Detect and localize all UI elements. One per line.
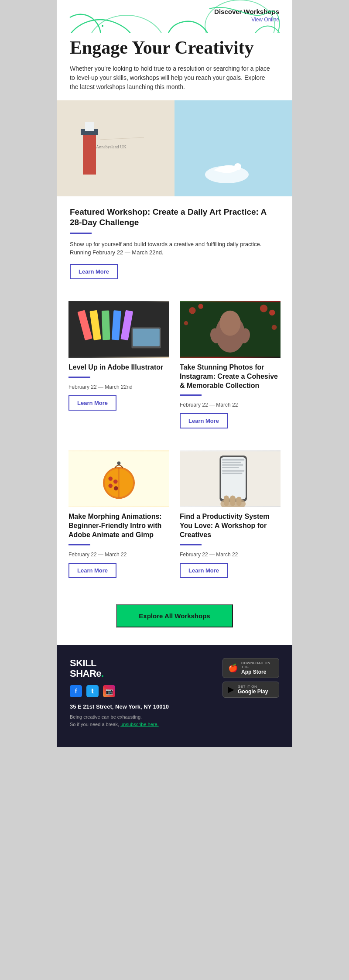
app-store-text: Download on the App Store: [241, 661, 274, 675]
footer-address: 35 E 21st Street, New York, NY 10010: [70, 703, 169, 710]
svg-rect-45: [222, 467, 239, 468]
svg-rect-44: [222, 465, 243, 466]
unsubscribe-link[interactable]: unsubscribe here.: [120, 722, 158, 727]
email-container: SKILL SHARe. Discover Workshops View Onl…: [57, 0, 292, 747]
svg-rect-49: [224, 496, 229, 506]
svg-point-35: [113, 480, 118, 484]
app-badges: 🍎 Download on the App Store ▶ GET IT ON …: [222, 658, 279, 698]
svg-rect-46: [222, 470, 244, 472]
google-play-icon: ▶: [228, 685, 234, 694]
workshop-image-phone: [180, 450, 281, 507]
svg-point-37: [114, 487, 118, 491]
featured-learn-more-button[interactable]: Learn More: [70, 264, 118, 279]
view-online-link[interactable]: View Online: [251, 17, 279, 23]
svg-rect-51: [236, 497, 242, 506]
explore-section: Explore All Workshops: [57, 596, 292, 645]
hero-body: Whether you're looking to hold true to a…: [70, 64, 270, 92]
instagram-icon[interactable]: 📷: [103, 685, 115, 697]
footer: SKILL SHARe. f 𝕥 📷 35 E 21st Street, New…: [57, 645, 292, 747]
app-store-badge[interactable]: 🍎 Download on the App Store: [222, 658, 279, 678]
workshop-title-0: Level Up in Adobe Illustrator: [68, 363, 169, 372]
svg-point-23: [260, 305, 267, 312]
workshop-learn-more-0[interactable]: Learn More: [68, 395, 116, 411]
featured-section: Featured Workshop: Create a Daily Art Pr…: [57, 196, 292, 292]
featured-hero-image: Annabysland UK: [57, 100, 292, 196]
svg-text:Annabysland UK: Annabysland UK: [96, 144, 127, 149]
workshop-title-1: Take Stunning Photos for Instagram: Crea…: [180, 363, 281, 390]
footer-logo-share: SHARe.: [70, 668, 169, 679]
svg-point-28: [219, 311, 240, 336]
workshop-date-0: February 22 — March 22nd: [68, 384, 169, 390]
workshop-date-1: February 22 — March 22: [180, 402, 281, 408]
workshop-learn-more-2[interactable]: Learn More: [68, 563, 116, 578]
footer-logo-skill: SKILL: [70, 658, 169, 668]
workshops-row-2: Make Morphing Animations: Beginner-Frien…: [57, 442, 292, 595]
workshop-divider-1: [180, 394, 202, 396]
hero-title: Engage Your Creativity: [70, 38, 279, 58]
header-right: Discover Workshops View Online: [214, 8, 279, 23]
logo-skill: SKILL: [70, 8, 104, 18]
header: SKILL SHARe. Discover Workshops View Onl…: [57, 0, 292, 33]
svg-point-38: [117, 462, 121, 465]
svg-rect-43: [222, 462, 241, 463]
svg-point-24: [269, 310, 275, 315]
featured-title: Featured Workshop: Create a Daily Art Pr…: [70, 207, 279, 228]
svg-point-34: [108, 477, 113, 481]
workshop-item-1: Take Stunning Photos for Instagram: Crea…: [174, 297, 286, 433]
google-play-badge[interactable]: ▶ GET IT ON Google Play: [222, 682, 279, 698]
workshop-image-pomegranate: [68, 450, 169, 507]
svg-rect-47: [222, 473, 242, 474]
workshop-learn-more-1[interactable]: Learn More: [180, 413, 228, 428]
workshop-divider-2: [68, 544, 90, 545]
workshop-divider-3: [180, 544, 202, 545]
featured-divider: [70, 233, 92, 234]
workshop-title-2: Make Morphing Animations: Beginner-Frien…: [68, 512, 169, 539]
workshop-date-2: February 22 — March 22: [68, 552, 169, 558]
workshop-learn-more-3[interactable]: Learn More: [180, 563, 228, 578]
facebook-icon[interactable]: f: [70, 685, 82, 697]
workshops-row-1: Level Up in Adobe Illustrator February 2…: [57, 292, 292, 442]
svg-rect-41: [221, 457, 246, 499]
svg-point-21: [189, 307, 195, 314]
hero-section: Engage Your Creativity Whether you're lo…: [57, 33, 292, 100]
workshop-item-3: Find a Productivity System You Love: A W…: [174, 446, 286, 582]
workshop-image-portrait: [180, 301, 281, 358]
svg-rect-9: [57, 100, 292, 196]
twitter-icon[interactable]: 𝕥: [86, 685, 99, 697]
logo-share: SHARe.: [70, 18, 104, 29]
svg-rect-19: [133, 329, 160, 346]
svg-point-36: [108, 484, 113, 488]
footer-social: f 𝕥 📷: [70, 685, 169, 697]
discover-label: Discover Workshops: [214, 8, 279, 15]
explore-all-button[interactable]: Explore All Workshops: [116, 604, 233, 627]
footer-logo: SKILL SHARe.: [70, 658, 169, 679]
google-play-text: GET IT ON Google Play: [238, 685, 268, 695]
workshop-divider-0: [68, 377, 90, 378]
svg-rect-50: [230, 496, 236, 506]
footer-unsub: Being creative can be exhausting. So if …: [70, 713, 169, 728]
svg-rect-15: [102, 310, 110, 340]
svg-point-26: [272, 325, 277, 330]
workshop-date-3: February 22 — March 22: [180, 552, 281, 558]
featured-body: Show up for yourself and build towards a…: [70, 240, 279, 257]
workshop-image-swatches: [68, 301, 169, 358]
footer-left: SKILL SHARe. f 𝕥 📷 35 E 21st Street, New…: [70, 658, 169, 728]
workshop-item-0: Level Up in Adobe Illustrator February 2…: [63, 297, 174, 433]
logo: SKILL SHARe.: [70, 8, 104, 29]
svg-point-25: [184, 321, 188, 326]
svg-rect-42: [222, 459, 244, 461]
svg-point-22: [198, 304, 203, 309]
apple-icon: 🍎: [228, 663, 238, 673]
footer-top: SKILL SHARe. f 𝕥 📷 35 E 21st Street, New…: [70, 658, 279, 728]
workshop-title-3: Find a Productivity System You Love: A W…: [180, 512, 281, 539]
workshop-item-2: Make Morphing Animations: Beginner-Frien…: [63, 446, 174, 582]
